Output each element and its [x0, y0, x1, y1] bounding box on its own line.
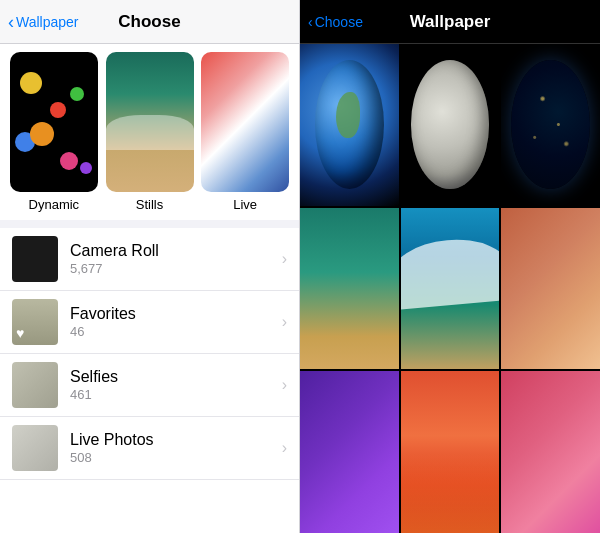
- album-list: Camera Roll 5,677 › ♥ Favorites 46 › Sel…: [0, 228, 299, 533]
- dot2: [50, 102, 66, 118]
- left-back-button[interactable]: ‹ Wallpaper: [8, 13, 79, 31]
- earth-land: [336, 92, 360, 137]
- dynamic-preview: [10, 52, 98, 192]
- list-item-selfies[interactable]: Selfies 461 ›: [0, 354, 299, 417]
- list-item-camera-roll[interactable]: Camera Roll 5,677 ›: [0, 228, 299, 291]
- live-photos-thumb: [12, 425, 58, 471]
- camera-roll-thumb: [12, 236, 58, 282]
- camera-roll-name: Camera Roll: [70, 242, 282, 260]
- dynamic-thumb: [10, 52, 98, 192]
- dot5: [60, 152, 78, 170]
- live-photos-info: Live Photos 508: [70, 431, 282, 465]
- category-stills[interactable]: Stills: [104, 52, 196, 220]
- left-nav-bar: ‹ Wallpaper Choose: [0, 0, 299, 44]
- selfies-chevron: ›: [282, 376, 287, 394]
- favorites-preview: ♥: [12, 299, 58, 345]
- category-live[interactable]: Live: [199, 52, 291, 220]
- wallpaper-moon[interactable]: [401, 44, 500, 206]
- favorites-count: 46: [70, 324, 282, 339]
- wallpaper-purple[interactable]: [300, 371, 399, 533]
- dot6: [30, 122, 54, 146]
- wallpaper-wave1[interactable]: [300, 208, 399, 370]
- selfies-info: Selfies 461: [70, 368, 282, 402]
- live-thumb: [201, 52, 289, 192]
- left-back-chevron: ‹: [8, 13, 14, 31]
- selfies-thumb: [12, 362, 58, 408]
- right-nav-bar: ‹ Choose Wallpaper: [300, 0, 600, 44]
- stills-preview: [106, 52, 194, 192]
- heart-icon: ♥: [16, 325, 24, 341]
- live-photos-chevron: ›: [282, 439, 287, 457]
- camera-roll-chevron: ›: [282, 250, 287, 268]
- camera-roll-preview: [12, 236, 58, 282]
- wallpaper-earth-night[interactable]: [501, 44, 600, 206]
- stills-label: Stills: [136, 197, 163, 212]
- right-back-label: Choose: [315, 14, 363, 30]
- left-nav-title: Choose: [118, 12, 180, 32]
- dot4: [70, 87, 84, 101]
- live-photos-name: Live Photos: [70, 431, 282, 449]
- stills-thumb: [106, 52, 194, 192]
- camera-roll-count: 5,677: [70, 261, 282, 276]
- live-preview: [201, 52, 289, 192]
- right-back-chevron: ‹: [308, 14, 313, 30]
- category-dynamic[interactable]: Dynamic: [8, 52, 100, 220]
- dot7: [80, 162, 92, 174]
- selfies-preview: [12, 362, 58, 408]
- wallpaper-grid: [300, 44, 600, 533]
- right-nav-title: Wallpaper: [410, 12, 491, 32]
- earth-sphere: [315, 60, 384, 189]
- wallpaper-wave2[interactable]: [401, 208, 500, 370]
- favorites-thumb: ♥: [12, 299, 58, 345]
- right-back-button[interactable]: ‹ Choose: [308, 14, 363, 30]
- wallpaper-flowers[interactable]: [401, 371, 500, 533]
- wave-foam: [401, 235, 500, 310]
- earth-night-sphere: [511, 60, 590, 189]
- right-panel: ‹ Choose Wallpaper: [300, 0, 600, 533]
- selfies-name: Selfies: [70, 368, 282, 386]
- earth-container: [300, 44, 399, 206]
- wallpaper-wave3[interactable]: [501, 208, 600, 370]
- list-item-favorites[interactable]: ♥ Favorites 46 ›: [0, 291, 299, 354]
- camera-roll-info: Camera Roll 5,677: [70, 242, 282, 276]
- favorites-chevron: ›: [282, 313, 287, 331]
- dynamic-label: Dynamic: [29, 197, 80, 212]
- wallpaper-pink[interactable]: [501, 371, 600, 533]
- city-lights: [511, 60, 590, 189]
- left-panel: ‹ Wallpaper Choose Dynamic: [0, 0, 300, 533]
- selfies-count: 461: [70, 387, 282, 402]
- moon-sphere: [411, 60, 490, 189]
- favorites-name: Favorites: [70, 305, 282, 323]
- live-photos-count: 508: [70, 450, 282, 465]
- live-label: Live: [233, 197, 257, 212]
- list-item-live-photos[interactable]: Live Photos 508 ›: [0, 417, 299, 480]
- favorites-info: Favorites 46: [70, 305, 282, 339]
- dot1: [20, 72, 42, 94]
- wallpaper-earth[interactable]: [300, 44, 399, 206]
- live-photos-preview: [12, 425, 58, 471]
- category-grid: Dynamic Stills Live: [0, 44, 299, 220]
- left-back-label: Wallpaper: [16, 14, 79, 30]
- flower-accent: [401, 452, 500, 533]
